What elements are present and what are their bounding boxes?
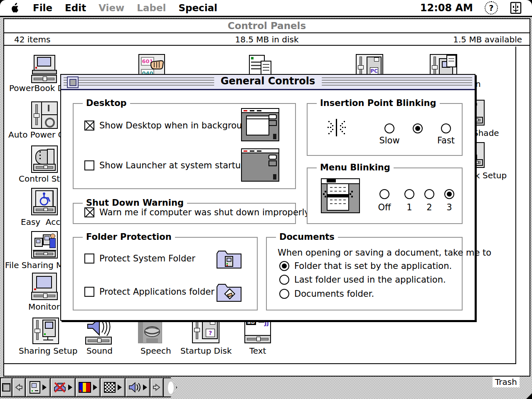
icon-label-text[interactable]: Text [249, 346, 266, 356]
doc-documents-folder-label: Documents folder. [294, 289, 374, 299]
general-controls-dialog: General Controls Desktop Show Desktop wh… [60, 74, 475, 321]
control-strip-left-arrow[interactable] [12, 377, 26, 397]
group-shutdown-title: Shut Down Warning [83, 198, 187, 208]
warn-shutdown-label: Warn me if computer was shut down improp… [99, 207, 310, 217]
row-show-launcher: Show Launcher at system startup [84, 160, 246, 170]
menu-special[interactable]: Special [172, 2, 224, 13]
icon-label-speech[interactable]: Speech [140, 346, 171, 356]
speaker-icon [128, 382, 141, 393]
group-menu-blinking-title: Menu Blinking [317, 163, 394, 172]
icon-label-sound[interactable]: Sound [86, 346, 113, 356]
control-strip-printer-module[interactable] [50, 377, 76, 397]
launcher-preview-image [241, 148, 279, 182]
icon-label-control-strip[interactable]: Control Str [19, 174, 63, 184]
monitor-module-icon [30, 381, 40, 394]
icon-label-easy-access[interactable]: Easy Acce [21, 217, 66, 227]
group-insertion-title: Insertion Point Blinking [317, 98, 440, 108]
control-strip [0, 377, 177, 397]
control-strip-colordepth-module[interactable] [75, 377, 101, 397]
group-menu-blinking: Menu Blinking Off 1 2 [307, 167, 463, 224]
control-strip-tab-handle[interactable] [163, 377, 177, 397]
popup-arrow-icon [118, 384, 122, 390]
menu-blink-3-radio[interactable] [444, 189, 454, 199]
icon-label-k-setup[interactable]: k Setup [475, 170, 507, 180]
group-desktop: Desktop Show Desktop when in background … [73, 103, 296, 189]
right-arrow-icon [153, 383, 161, 392]
icon-label-shade[interactable]: Shade [473, 128, 499, 138]
color-depth-icon [79, 382, 91, 393]
menu-label[interactable]: Label [131, 2, 172, 13]
control-strip-pattern-module[interactable] [100, 377, 126, 397]
auto-power-icon[interactable] [31, 101, 58, 129]
doc-last-folder-radio[interactable] [279, 275, 289, 285]
vertical-scrollbar[interactable] [515, 47, 530, 363]
group-documents-title: Documents [276, 232, 338, 242]
popup-arrow-icon [42, 384, 47, 390]
icon-label-sharing-setup[interactable]: Sharing Setup [19, 346, 77, 356]
menu-view[interactable]: View [92, 2, 131, 13]
control-strip-icon[interactable] [31, 145, 58, 173]
left-arrow-icon [15, 383, 23, 392]
trash-label[interactable]: Trash [493, 377, 520, 387]
window-status-bar: 42 items 18.5 MB in disk 1.5 MB availabl… [4, 33, 530, 46]
help-menu-icon[interactable]: ? [485, 1, 498, 15]
powerbook-display-icon[interactable] [31, 55, 58, 83]
control-strip-monitor-module[interactable] [25, 377, 51, 397]
easy-access-icon[interactable] [31, 188, 58, 215]
printer-module-icon [54, 382, 66, 393]
wheelchair-glyph [36, 191, 53, 208]
protect-apps-label: Protect Applications folder [99, 287, 214, 297]
popup-arrow-icon [68, 384, 72, 390]
menu-blink-1-radio[interactable] [404, 189, 414, 199]
icon-label-startup-disk[interactable]: Startup Disk [180, 346, 232, 356]
menu-file[interactable]: File [27, 2, 59, 13]
menu-blink-3-label: 3 [437, 202, 462, 212]
doc-app-folder-radio[interactable] [279, 261, 289, 271]
control-strip-right-arrow[interactable] [150, 377, 164, 397]
close-box[interactable] [67, 76, 79, 88]
doc-app-folder-label: Folder that is set by the application. [294, 261, 452, 271]
show-desktop-checkbox[interactable] [84, 121, 94, 131]
group-desktop-title: Desktop [83, 98, 130, 108]
control-strip-collapse-box[interactable] [0, 377, 12, 397]
horizontal-scrollbar[interactable] [4, 363, 516, 376]
menu-blink-off-radio[interactable] [379, 189, 389, 199]
menu-blink-2-radio[interactable] [424, 189, 434, 199]
insertion-slow-label: Slow [374, 135, 405, 145]
icon-label-powerbook[interactable]: PowerBook Di [9, 83, 66, 93]
application-menu-icon[interactable] [510, 2, 522, 14]
menu-blink-off-label: Off [372, 202, 397, 212]
doc-last-folder-label: Last folder used in the application. [294, 275, 446, 285]
dialog-title-bar[interactable]: General Controls [61, 75, 475, 90]
insertion-fast-radio[interactable] [441, 123, 451, 133]
documents-prompt: When opening or saving a document, take … [278, 248, 491, 258]
protect-system-label: Protect System Folder [99, 254, 195, 264]
protect-system-checkbox[interactable] [84, 254, 94, 264]
show-launcher-checkbox[interactable] [84, 160, 94, 170]
insertion-medium-radio[interactable] [413, 123, 423, 133]
icon-label-auto-power[interactable]: Auto Power O [8, 130, 64, 140]
control-strip-sound-module[interactable] [125, 377, 150, 397]
icon-label-monitors[interactable]: Monitors [28, 302, 64, 312]
applications-folder-icon [216, 283, 242, 303]
warn-shutdown-checkbox[interactable] [84, 207, 94, 217]
insertion-slow-radio[interactable] [384, 123, 394, 133]
row-doc-app-folder: Folder that is set by the application. [279, 261, 452, 271]
sharing-setup-icon[interactable] [32, 318, 59, 344]
status-available: 1.5 MB available [453, 34, 522, 44]
monitors-icon[interactable] [31, 273, 58, 300]
group-shutdown-warning: Shut Down Warning Warn me if computer wa… [73, 203, 296, 224]
window-title-bar[interactable]: Control Panels [4, 19, 530, 33]
menu-clock[interactable]: 12:08 AM [420, 2, 473, 14]
screen-corner-top-right [526, 0, 532, 6]
menu-edit[interactable]: Edit [59, 2, 92, 13]
group-documents: Documents When opening or saving a docum… [266, 237, 463, 310]
protect-apps-checkbox[interactable] [84, 287, 94, 297]
screen-corner-bottom-right [526, 393, 532, 399]
file-sharing-monitor-icon[interactable] [31, 231, 58, 259]
doc-documents-folder-radio[interactable] [279, 289, 289, 299]
show-desktop-label: Show Desktop when in background [99, 121, 253, 131]
menu-bar: File Edit View Label Special 12:08 AM ? [0, 0, 532, 17]
icon-label-file-sharing[interactable]: File Sharing M [5, 260, 63, 270]
popup-arrow-icon [93, 384, 97, 390]
